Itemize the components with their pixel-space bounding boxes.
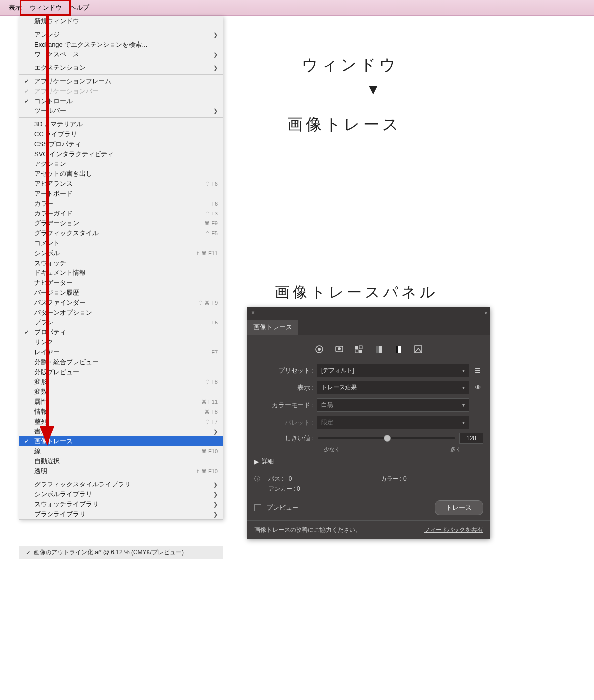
menu-item[interactable]: ナビゲーター bbox=[19, 278, 223, 288]
menu-item-label: アプリケーションフレーム bbox=[34, 77, 218, 86]
shortcut-label: ⇧ F5 bbox=[205, 230, 218, 237]
menu-item[interactable]: シンボル⇧ ⌘ F11 bbox=[19, 248, 223, 258]
document-statusbar: ✓ 画像のアウトライン化.ai* @ 6.12 % (CMYK/プレビュー) bbox=[19, 546, 223, 559]
threshold-slider[interactable] bbox=[318, 437, 455, 439]
mode-label: カラーモード : bbox=[254, 401, 314, 410]
preset-select[interactable]: [デフォルト]▾ bbox=[317, 364, 469, 377]
mode-select[interactable]: 白黒▾ bbox=[317, 398, 469, 412]
menu-separator bbox=[19, 61, 223, 61]
menu-item[interactable]: アレンジ❯ bbox=[19, 30, 223, 40]
menu-item[interactable]: アクション bbox=[19, 159, 223, 169]
menu-item[interactable]: 線⌘ F10 bbox=[19, 446, 223, 456]
black-white-icon[interactable] bbox=[393, 344, 404, 355]
high-color-icon[interactable] bbox=[334, 344, 345, 355]
menu-item[interactable]: ✓アプリケーションフレーム bbox=[19, 76, 223, 86]
menu-item[interactable]: グラフィックスタイルライブラリ❯ bbox=[19, 480, 223, 489]
menu-item[interactable]: パターンオプション bbox=[19, 308, 223, 318]
menu-item[interactable]: 整列⇧ F7 bbox=[19, 417, 223, 427]
menu-item-label: リンク bbox=[34, 338, 218, 347]
menu-item[interactable]: ブラシF5 bbox=[19, 318, 223, 327]
menu-item[interactable]: コメント bbox=[19, 238, 223, 248]
auto-color-icon[interactable] bbox=[314, 344, 325, 355]
menu-item[interactable]: 自動選択 bbox=[19, 456, 223, 466]
slider-min-label: 少なく bbox=[324, 446, 340, 453]
menu-item[interactable]: ✓画像トレース bbox=[19, 436, 223, 446]
menu-item-label: パターンオプション bbox=[34, 308, 218, 317]
menu-item: ✓アプリケーションバー bbox=[19, 86, 223, 96]
feedback-link[interactable]: フィードバックを共有 bbox=[424, 526, 483, 534]
menu-item[interactable]: ワークスペース❯ bbox=[19, 50, 223, 59]
menu-item-label: ブラシ bbox=[34, 318, 211, 327]
menu-item[interactable]: CSS プロパティ bbox=[19, 139, 223, 149]
menu-item[interactable]: ツールバー❯ bbox=[19, 106, 223, 116]
menu-item[interactable]: カラーガイド⇧ F3 bbox=[19, 209, 223, 218]
check-icon: ✓ bbox=[24, 329, 29, 336]
menu-item[interactable]: CC ライブラリ bbox=[19, 129, 223, 139]
trace-button[interactable]: トレース bbox=[435, 500, 483, 515]
svg-rect-13 bbox=[396, 346, 398, 353]
palette-label: パレット : bbox=[254, 418, 314, 427]
panel-menu-icon[interactable]: ‹‹ bbox=[485, 310, 486, 316]
menu-item-label: ブラシライブラリ bbox=[34, 510, 211, 519]
outline-icon[interactable] bbox=[413, 344, 424, 355]
menu-item[interactable]: 属性⌘ F11 bbox=[19, 397, 223, 407]
window-menu-dropdown: 新規ウィンドウアレンジ❯Exchange でエクステンションを検索...ワークス… bbox=[19, 16, 223, 520]
menu-item[interactable]: 情報⌘ F8 bbox=[19, 407, 223, 417]
menu-item[interactable]: 分割・統合プレビュー bbox=[19, 357, 223, 367]
menu-item[interactable]: SVG インタラクティビティ bbox=[19, 149, 223, 159]
menu-item[interactable]: カラーF6 bbox=[19, 199, 223, 209]
slider-thumb[interactable] bbox=[384, 435, 391, 442]
detail-label[interactable]: 詳細 bbox=[262, 457, 274, 466]
menu-item[interactable]: ✓プロパティ bbox=[19, 327, 223, 337]
menu-item[interactable]: ✓コントロール bbox=[19, 96, 223, 106]
menu-item[interactable]: グラフィックスタイル⇧ F5 bbox=[19, 228, 223, 238]
menu-item[interactable]: 変形⇧ F8 bbox=[19, 377, 223, 387]
eye-icon[interactable]: 👁 bbox=[472, 384, 483, 391]
caption-arrow-down-icon: ▼ bbox=[366, 82, 383, 98]
svg-rect-8 bbox=[355, 350, 358, 353]
menu-item[interactable]: ブラシライブラリ❯ bbox=[19, 509, 223, 519]
menu-item[interactable]: シンボルライブラリ❯ bbox=[19, 489, 223, 499]
menu-item[interactable]: バージョン履歴 bbox=[19, 288, 223, 298]
grayscale-icon[interactable] bbox=[373, 344, 384, 355]
menu-item[interactable]: Exchange でエクステンションを検索... bbox=[19, 40, 223, 50]
menu-separator bbox=[19, 28, 223, 28]
menu-item-label: CSS プロパティ bbox=[34, 140, 218, 149]
menu-item[interactable]: パスファインダー⇧ ⌘ F9 bbox=[19, 298, 223, 308]
document-name: 画像のアウトライン化.ai* @ 6.12 % (CMYK/プレビュー) bbox=[34, 548, 184, 557]
chevron-right-icon: ❯ bbox=[213, 491, 218, 498]
menu-item[interactable]: 書式❯ bbox=[19, 427, 223, 436]
panel-tab-image-trace[interactable]: 画像トレース bbox=[248, 320, 298, 335]
paths-label: パス : bbox=[268, 475, 284, 482]
preview-checkbox[interactable] bbox=[254, 504, 261, 511]
menu-item[interactable]: 分版プレビュー bbox=[19, 367, 223, 377]
menu-item[interactable]: スウォッチライブラリ❯ bbox=[19, 499, 223, 509]
menu-item-label: Exchange でエクステンションを検索... bbox=[34, 40, 218, 49]
colors-label: カラー : bbox=[381, 475, 402, 482]
low-color-icon[interactable] bbox=[353, 344, 364, 355]
disclosure-triangle-icon[interactable]: ▶ bbox=[254, 458, 259, 465]
menu-item[interactable]: 新規ウィンドウ bbox=[19, 16, 223, 26]
menu-item[interactable]: アートボード bbox=[19, 189, 223, 199]
menu-item[interactable]: スウォッチ bbox=[19, 258, 223, 268]
menu-item[interactable]: エクステンション❯ bbox=[19, 63, 223, 73]
menu-item[interactable]: 透明⇧ ⌘ F10 bbox=[19, 466, 223, 476]
menu-item[interactable]: レイヤーF7 bbox=[19, 347, 223, 357]
view-select[interactable]: トレース結果▾ bbox=[317, 381, 469, 394]
menu-item[interactable]: アセットの書き出し bbox=[19, 169, 223, 179]
menu-item[interactable]: 3D とマテリアル bbox=[19, 119, 223, 129]
menu-item[interactable]: グラデーション⌘ F9 bbox=[19, 218, 223, 228]
close-icon[interactable]: × bbox=[251, 309, 255, 316]
shortcut-label: ⌘ F8 bbox=[204, 409, 218, 415]
menu-item-label: エクステンション bbox=[34, 63, 211, 72]
menu-item[interactable]: 変数 bbox=[19, 387, 223, 397]
threshold-value[interactable]: 128 bbox=[459, 433, 483, 444]
shortcut-label: ⇧ F7 bbox=[205, 419, 218, 425]
anchors-value: 0 bbox=[297, 485, 300, 492]
check-icon: ✓ bbox=[24, 98, 29, 105]
menu-item[interactable]: アピアランス⇧ F6 bbox=[19, 179, 223, 189]
menu-item[interactable]: ドキュメント情報 bbox=[19, 268, 223, 278]
chevron-right-icon: ❯ bbox=[213, 501, 218, 508]
menu-item[interactable]: リンク bbox=[19, 337, 223, 347]
preset-menu-icon[interactable]: ☰ bbox=[472, 367, 483, 374]
